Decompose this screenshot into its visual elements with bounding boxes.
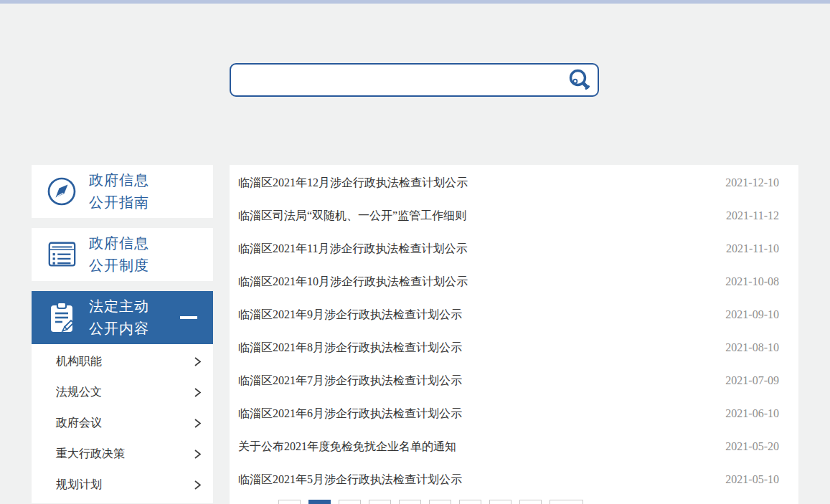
news-row: 临淄区2021年9月涉企行政执法检查计划公示 2021-09-10 [230,298,798,331]
search-button[interactable] [562,65,598,95]
news-title-link[interactable]: 临淄区2021年11月涉企行政执法检查计划公示 [238,242,467,257]
pagination-page-button[interactable] [369,500,391,504]
news-list-panel: 临淄区2021年12月涉企行政执法检查计划公示 2021-12-10 临淄区司法… [230,165,798,504]
pagination-page-button[interactable] [399,500,421,504]
chevron-right-icon [194,480,202,490]
news-row: 临淄区2021年8月涉企行政执法检查计划公示 2021-08-10 [230,331,798,364]
sidebar-item-statutory-disclosure[interactable]: 法定主动 公开内容 [32,291,213,344]
submenu-item-label: 规划计划 [56,477,102,493]
news-title-link[interactable]: 关于公布2021年度免检免扰企业名单的通知 [238,439,456,455]
sidebar-item-gov-info-system[interactable]: 政府信息 公开制度 [32,228,213,281]
news-title-link[interactable]: 临淄区2021年9月涉企行政执法检查计划公示 [238,308,462,323]
submenu-item-label: 法规公文 [56,385,102,400]
pagination-page-button[interactable] [339,500,361,504]
news-date: 2021-09-10 [725,308,779,321]
news-date: 2021-12-10 [725,176,779,189]
sidebar: 政府信息 公开指南 政府信息 公开制度 [32,165,213,503]
collapse-minus-icon[interactable] [180,316,197,319]
submenu-item[interactable]: 法规公文 [32,377,213,408]
top-accent-strip [0,0,830,4]
news-row: 临淄区2021年5月涉企行政执法检查计划公示 2021-05-10 [230,463,798,496]
chevron-right-icon [194,449,202,460]
news-date: 2021-07-09 [725,374,779,387]
news-row: 临淄区2021年6月涉企行政执法检查计划公示 2021-06-10 [230,397,798,430]
sidebar-item-label: 政府信息 公开制度 [89,232,149,277]
news-title-link[interactable]: 临淄区2021年10月涉企行政执法检查计划公示 [238,275,468,290]
ledger-icon [46,239,77,270]
compass-icon [46,176,77,207]
news-title-link[interactable]: 临淄区2021年8月涉企行政执法检查计划公示 [238,341,462,356]
news-title-link[interactable]: 临淄区2021年12月涉企行政执法检查计划公示 [238,176,468,191]
news-row: 临淄区2021年11月涉企行政执法检查计划公示 2021-11-10 [230,232,798,265]
submenu-item-label: 政府会议 [56,416,102,431]
sidebar-item-gov-info-guide[interactable]: 政府信息 公开指南 [32,165,213,218]
pagination-page-button[interactable] [278,500,301,504]
news-row: 临淄区司法局“双随机、一公开”监管工作细则 2021-11-12 [230,199,798,232]
news-title-link[interactable]: 临淄区2021年5月涉企行政执法检查计划公示 [238,472,462,488]
news-row: 关于公布2021年度免检免扰企业名单的通知 2021-05-20 [230,430,798,463]
submenu-item[interactable]: 规划计划 [32,470,213,500]
news-row: 临淄区2021年10月涉企行政执法检查计划公示 2021-10-08 [230,265,798,298]
chevron-right-icon [194,387,202,398]
search-input[interactable] [231,65,562,95]
pagination-page-button[interactable] [550,500,583,504]
page: 政府信息 公开指南 政府信息 公开制度 [0,0,830,504]
news-date: 2021-05-20 [725,440,779,453]
pagination-page-button[interactable] [308,500,331,504]
pagination-page-button[interactable] [459,500,481,504]
pagination-page-button[interactable] [489,500,511,504]
chevron-right-icon [194,418,202,429]
news-row: 临淄区2021年7月涉企行政执法检查计划公示 2021-07-09 [230,364,798,397]
sidebar-submenu: 机构职能 法规公文 政府会议 重大行政决策 规划 [32,344,213,503]
sidebar-item-label: 政府信息 公开指南 [89,169,149,214]
submenu-item-label: 机构职能 [56,354,102,369]
sidebar-item-label: 法定主动 公开内容 [89,295,149,340]
news-date: 2021-11-10 [726,242,779,255]
submenu-item[interactable]: 重大行政决策 [32,439,213,470]
submenu-item[interactable]: 机构职能 [32,346,213,377]
search-icon [567,68,592,92]
chevron-right-icon [194,356,202,367]
news-date: 2021-06-10 [725,407,779,420]
submenu-item-label: 重大行政决策 [56,447,125,462]
news-title-link[interactable]: 临淄区2021年7月涉企行政执法检查计划公示 [238,374,462,389]
news-date: 2021-10-08 [725,275,779,288]
pagination-page-button[interactable] [429,500,451,504]
news-date: 2021-08-10 [725,341,779,354]
pagination-page-button[interactable] [519,500,542,504]
news-date: 2021-11-12 [726,209,779,222]
news-date: 2021-05-10 [725,473,779,486]
clipboard-pencil-icon [46,300,77,335]
news-title-link[interactable]: 临淄区2021年6月涉企行政执法检查计划公示 [238,406,462,422]
submenu-item[interactable]: 政府会议 [32,408,213,439]
search-bar [230,63,599,97]
news-title-link[interactable]: 临淄区司法局“双随机、一公开”监管工作细则 [238,209,466,224]
pagination [278,500,591,504]
news-row: 临淄区2021年12月涉企行政执法检查计划公示 2021-12-10 [230,166,798,199]
